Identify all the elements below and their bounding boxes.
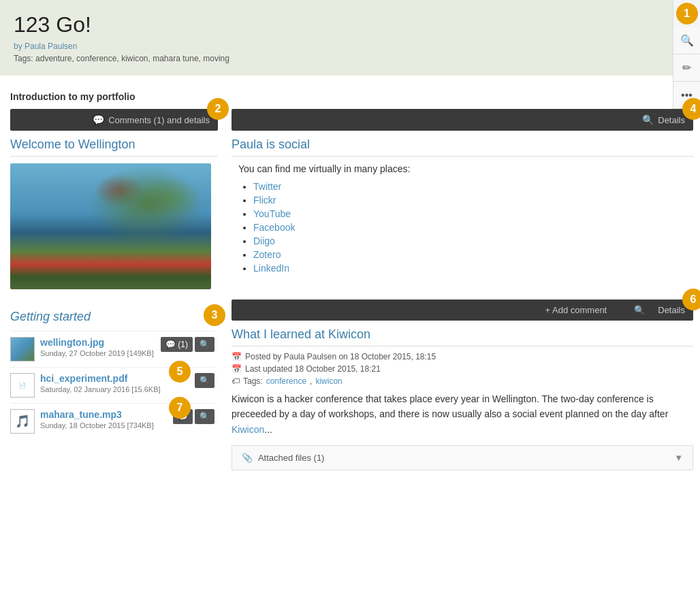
intro-title: Introduction to my portfolio	[10, 91, 136, 102]
step-badge-7: 7	[169, 397, 191, 419]
col-left: 2 💬 Comments (1) and details Welcome to …	[0, 109, 225, 289]
add-comment-link[interactable]: + Add comment	[545, 305, 607, 315]
getting-started-section: Getting started 3 wellington.jpg Sunday,…	[0, 300, 225, 470]
twitter-link[interactable]: Twitter	[253, 181, 281, 192]
file-name-hci[interactable]: hci_experiment.pdf	[40, 373, 189, 384]
tag-moving: moving	[203, 54, 229, 63]
tag-conference: conference,	[76, 54, 119, 63]
step-badge-1: 1	[676, 3, 698, 25]
tag-icon: 🏷	[232, 376, 240, 386]
gs-title: Getting started	[10, 310, 91, 324]
comments-link[interactable]: Comments (1) and details	[108, 115, 210, 125]
tag-conference-link[interactable]: conference	[266, 376, 306, 386]
youtube-link[interactable]: YouTube	[253, 208, 291, 219]
author-label: by Paula Paulsen	[14, 42, 686, 51]
calendar-update-icon: 📅	[232, 364, 242, 374]
attached-label: 📎 Attached files (1)	[242, 453, 324, 463]
article-body-ellipsis: ...	[264, 424, 272, 435]
pdf-label: 📄	[19, 383, 26, 389]
list-item: YouTube	[253, 208, 686, 219]
article-title: What I learned at Kiwicon	[232, 321, 693, 346]
edit-button[interactable]: ✏	[673, 54, 701, 82]
comments-bar[interactable]: 💬 Comments (1) and details	[10, 109, 218, 131]
attached-files-bar[interactable]: 📎 Attached files (1) ▼	[232, 445, 693, 470]
list-item: Twitter	[253, 181, 686, 192]
list-item: Facebook	[253, 222, 686, 233]
two-col-bottom: Getting started 3 wellington.jpg Sunday,…	[0, 300, 700, 470]
main-content: Introduction to my portfolio 2 💬 Comment…	[0, 76, 700, 470]
social-section: You can find me virtually in many places…	[232, 163, 693, 274]
step-badge-3: 3	[204, 304, 225, 326]
chevron-down-icon: ▼	[674, 453, 683, 463]
search-button[interactable]: 🔍	[673, 27, 701, 54]
file-thumb-wellington	[11, 338, 34, 361]
right-toolbar: 1 🔍 ✏ •••	[673, 0, 700, 109]
list-item: LinkedIn	[253, 263, 686, 274]
facebook-link[interactable]: Facebook	[253, 222, 295, 233]
step-badge-6: 6	[682, 289, 700, 310]
file-icon-hci: 📄	[10, 373, 35, 398]
file-info-hci: hci_experiment.pdf Saturday, 02 January …	[40, 373, 189, 393]
article-action-bar: + Add comment 🔍 Details	[232, 300, 693, 321]
tags-label-article: Tags:	[243, 376, 263, 386]
file-date-wellington: Sunday, 27 October 2019 [149KB]	[40, 349, 155, 357]
list-item: Diigo	[253, 236, 686, 246]
file-music-icon: 🎵	[11, 410, 34, 433]
left-block-wrapper: 2 💬 Comments (1) and details	[10, 109, 218, 131]
tag-adventure: adventure,	[35, 54, 74, 63]
attach-icon: 📎	[242, 453, 253, 463]
article-details-link[interactable]: Details	[658, 305, 685, 315]
article-section: 6 + Add comment 🔍 Details What I learned…	[225, 300, 700, 470]
article-updated-text: Last updated 18 October 2015, 18:21	[245, 364, 381, 374]
file-date-mahara: Sunday, 18 October 2015 [734KB]	[40, 421, 168, 430]
details-link[interactable]: Details	[658, 115, 685, 125]
details-bar[interactable]: 🔍 Details	[232, 109, 693, 131]
file-info-mahara: mahara_tune.mp3 Sunday, 18 October 2015 …	[40, 409, 168, 430]
social-list: Twitter Flickr YouTube Facebook Diigo Zo…	[238, 181, 686, 274]
step-badge-4: 4	[682, 98, 700, 120]
comment-icon: 💬	[93, 114, 104, 125]
article-bar-wrapper: 6 + Add comment 🔍 Details	[232, 300, 693, 321]
article-posted-text: Posted by Paula Paulsen on 18 October 20…	[245, 352, 436, 361]
article-details-icon: 🔍	[634, 305, 645, 315]
social-intro-text: You can find me virtually in many places…	[238, 163, 686, 174]
calendar-icon: 📅	[232, 352, 242, 361]
file-name-wellington[interactable]: wellington.jpg	[40, 337, 155, 348]
flickr-link[interactable]: Flickr	[253, 195, 276, 206]
file-icon-wellington	[10, 337, 35, 361]
kiwicon-link[interactable]: Kiwicon	[232, 424, 264, 435]
file-pdf-icon: 📄	[11, 374, 34, 397]
article-updated: 📅 Last updated 18 October 2015, 18:21	[232, 364, 693, 374]
col-right-social: 4 🔍 Details Paula is social You can find…	[225, 109, 700, 289]
article-posted: 📅 Posted by Paula Paulsen on 18 October …	[232, 352, 693, 361]
search-details-icon: 🔍	[642, 114, 654, 125]
file-date-hci: Saturday, 02 January 2016 [15.6KB]	[40, 385, 189, 393]
tag-kiwicon-link[interactable]: kiwicon	[315, 376, 342, 386]
step-badge-2: 2	[207, 98, 229, 120]
comment-btn-wellington[interactable]: 💬 (1)	[161, 337, 193, 352]
social-title: Paula is social	[232, 131, 693, 157]
file-actions-wellington: 💬 (1) 🔍	[161, 337, 214, 352]
intro-section: Introduction to my portfolio	[0, 86, 700, 109]
file-item-mahara: 7 🎵 mahara_tune.mp3 Sunday, 18 October 2…	[10, 403, 214, 439]
gs-header: Getting started 3	[10, 310, 214, 324]
linkedin-link[interactable]: LinkedIn	[253, 263, 289, 274]
zoom-btn-hci[interactable]: 🔍	[195, 373, 214, 388]
zotero-link[interactable]: Zotero	[253, 249, 281, 260]
file-info-wellington: wellington.jpg Sunday, 27 October 2019 […	[40, 337, 155, 357]
list-item: Zotero	[253, 249, 686, 260]
tag-kiwicon: kiwicon,	[121, 54, 150, 63]
zoom-btn-mahara[interactable]: 🔍	[195, 409, 214, 424]
attached-text: Attached files (1)	[258, 453, 325, 463]
header-area: 123 Go! by Paula Paulsen Tags: adventure…	[0, 0, 700, 76]
article-body: Kiwicon is a hacker conference that take…	[232, 391, 693, 437]
file-icon-mahara: 🎵	[10, 409, 35, 434]
page-title: 123 Go!	[14, 12, 686, 37]
file-name-mahara[interactable]: mahara_tune.mp3	[40, 409, 168, 420]
right-block-wrapper: 4 🔍 Details	[232, 109, 693, 131]
wellington-title: Welcome to Wellington	[10, 131, 218, 157]
article-tags: 🏷 Tags: conference, kiwicon	[232, 376, 693, 386]
diigo-link[interactable]: Diigo	[253, 236, 275, 246]
zoom-btn-wellington[interactable]: 🔍	[195, 337, 214, 352]
article-body-text: Kiwicon is a hacker conference that take…	[232, 393, 668, 419]
